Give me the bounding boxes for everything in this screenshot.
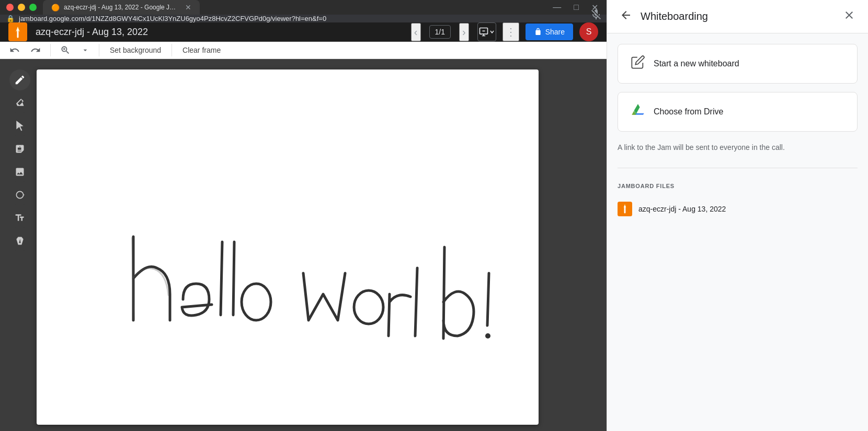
back-arrow-icon (620, 9, 632, 21)
jamboard-file-icon (618, 202, 632, 216)
share-button[interactable]: Share (526, 24, 573, 40)
app-header: azq-eczr-jdj - Aug 13, 2022 ‹ 1/1 › ⋮ S (0, 22, 607, 42)
redo-button[interactable] (27, 42, 44, 59)
left-toolbar (4, 69, 36, 251)
window-controls (6, 4, 37, 11)
toolbar-separator-2 (99, 44, 99, 56)
choose-from-drive-card[interactable]: Choose from Drive (618, 92, 858, 132)
text-tool-button[interactable] (9, 207, 30, 228)
jamboard-file-item[interactable]: azq-eczr-jdj - Aug 13, 2022 (618, 197, 858, 220)
toolbar-separator-3 (172, 44, 172, 56)
canvas-area (0, 59, 607, 431)
panel-header: Whiteboarding (607, 0, 868, 33)
laser-tool-button[interactable] (9, 230, 30, 251)
laser-pointer-icon (15, 236, 25, 246)
present-button[interactable] (477, 22, 496, 41)
restore-icon[interactable]: □ (572, 1, 581, 15)
minimize-window-btn[interactable] (18, 4, 25, 11)
svg-point-4 (354, 290, 383, 324)
present-icon (478, 27, 489, 37)
address-bar: 🔒 jamboard.google.com/d/1NZZd8GWY4iCx1Uc… (0, 15, 607, 22)
whiteboarding-panel: Whiteboarding Start a new whiteboard (607, 0, 868, 431)
close-panel-icon (843, 9, 855, 21)
dropdown-arrow-icon (489, 29, 495, 35)
undo-button[interactable] (6, 42, 23, 59)
maximize-window-btn[interactable] (29, 4, 37, 11)
tab-favicon-icon: 🟠 (51, 4, 60, 11)
panel-back-button[interactable] (618, 7, 634, 26)
prev-page-button[interactable]: ‹ (411, 23, 421, 41)
zoom-button[interactable] (57, 42, 74, 59)
redo-icon (30, 45, 41, 55)
clear-frame-button[interactable]: Clear frame (178, 43, 225, 57)
svg-point-2 (16, 191, 23, 198)
start-new-whiteboard-card[interactable]: Start a new whiteboard (618, 44, 858, 84)
jamboard-files-section-title: JAMBOARD FILES (618, 183, 858, 189)
toolbar-separator-1 (50, 44, 51, 56)
edit-new-icon (631, 55, 645, 73)
next-page-button[interactable]: › (459, 23, 469, 41)
panel-close-button[interactable] (841, 7, 858, 26)
browser-window: 🟠 azq-eczr-jdj - Aug 13, 2022 - Google J… (0, 0, 607, 431)
panel-content: Start a new whiteboard Choose from Drive… (607, 33, 868, 431)
header-toolbar-right: ⋮ Share S (477, 22, 598, 41)
google-drive-icon (631, 103, 645, 118)
title-bar: 🟠 azq-eczr-jdj - Aug 13, 2022 - Google J… (0, 0, 607, 15)
mic-area (590, 8, 602, 23)
lock-icon: 🔒 (6, 15, 15, 22)
circle-tool-icon (15, 190, 25, 200)
sticky-note-button[interactable] (9, 138, 30, 159)
minimize-icon[interactable]: — (551, 1, 563, 15)
close-window-btn[interactable] (6, 4, 14, 11)
doc-title: azq-eczr-jdj - Aug 13, 2022 (36, 27, 403, 38)
tab-bar: 🟠 azq-eczr-jdj - Aug 13, 2022 - Google J… (43, 0, 544, 15)
image-tool-button[interactable] (9, 161, 30, 182)
set-background-button[interactable]: Set background (106, 43, 165, 57)
secondary-toolbar: Set background Clear frame (0, 42, 607, 59)
sticky-note-icon (15, 144, 25, 154)
svg-point-3 (242, 284, 271, 320)
user-avatar[interactable]: S (579, 22, 598, 41)
select-tool-button[interactable] (9, 115, 30, 136)
jamboard-file-name: azq-eczr-jdj - Aug 13, 2022 (638, 205, 726, 213)
cursor-tool-icon (15, 121, 25, 131)
zoom-icon (60, 45, 71, 55)
browser-tab[interactable]: 🟠 azq-eczr-jdj - Aug 13, 2022 - Google J… (43, 0, 200, 15)
drawing-content (37, 69, 539, 425)
chevron-down-icon (81, 46, 89, 54)
zoom-dropdown-button[interactable] (78, 43, 93, 57)
pen-tool-icon (14, 74, 26, 86)
page-indicator[interactable]: 1/1 (429, 25, 451, 39)
mic-off-icon (590, 8, 602, 21)
panel-title: Whiteboarding (641, 10, 835, 22)
shape-tool-button[interactable] (9, 184, 30, 205)
eraser-tool-icon (15, 98, 25, 108)
tab-title: azq-eczr-jdj - Aug 13, 2022 - Google Jam… (64, 4, 179, 11)
undo-icon (9, 45, 20, 55)
start-new-whiteboard-label: Start a new whiteboard (654, 59, 739, 68)
info-text: A link to the Jam will be sent to everyo… (618, 140, 858, 155)
url-text[interactable]: jamboard.google.com/d/1NZZd8GWY4iCx1UcKl… (19, 15, 600, 22)
drive-icon (631, 103, 645, 121)
tab-close-icon[interactable]: ✕ (185, 3, 191, 11)
pen-tool-button[interactable] (9, 69, 30, 90)
choose-from-drive-label: Choose from Drive (654, 107, 723, 117)
panel-divider (618, 168, 858, 168)
more-options-button[interactable]: ⋮ (502, 22, 519, 41)
eraser-tool-button[interactable] (9, 92, 30, 113)
jamboard-logo-icon (8, 22, 27, 41)
lock-share-icon (534, 28, 542, 36)
image-tool-icon (15, 167, 25, 177)
whiteboard-canvas-area[interactable] (37, 69, 539, 425)
svg-point-5 (485, 333, 490, 339)
share-button-label: Share (545, 28, 565, 36)
text-frame-tool-icon (15, 213, 25, 223)
